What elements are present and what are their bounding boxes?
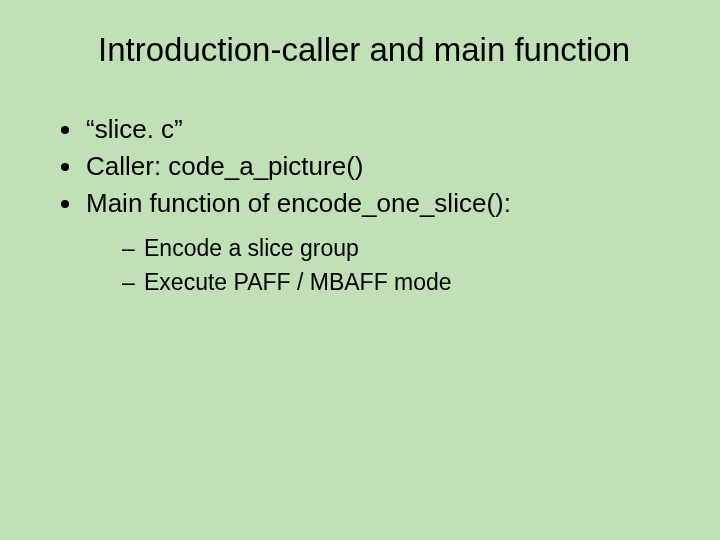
bullet-text: “slice. c”: [86, 114, 183, 144]
slide: Introduction-caller and main function “s…: [0, 0, 720, 540]
list-item: Main function of encode_one_slice(): Enc…: [84, 186, 680, 297]
bullet-text: Caller: code_a_picture(): [86, 151, 363, 181]
bullet-text: Execute PAFF / MBAFF mode: [144, 269, 452, 295]
list-item: Encode a slice group: [122, 232, 680, 264]
slide-title: Introduction-caller and main function: [48, 32, 680, 68]
bullet-text: Main function of encode_one_slice():: [86, 188, 511, 218]
bullet-list-level2: Encode a slice group Execute PAFF / MBAF…: [86, 232, 680, 298]
list-item: Caller: code_a_picture(): [84, 149, 680, 184]
list-item: Execute PAFF / MBAFF mode: [122, 266, 680, 298]
bullet-text: Encode a slice group: [144, 235, 359, 261]
list-item: “slice. c”: [84, 112, 680, 147]
bullet-list-level1: “slice. c” Caller: code_a_picture() Main…: [48, 112, 680, 298]
